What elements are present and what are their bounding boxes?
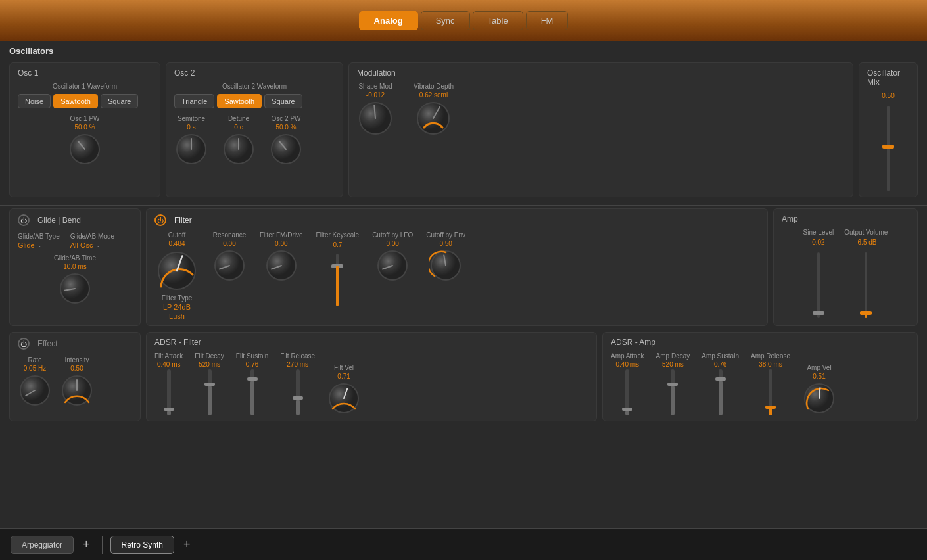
vibrato-depth-knob[interactable] [415, 100, 452, 137]
amp-decay-thumb[interactable] [667, 383, 678, 386]
amp-vel-knob[interactable] [802, 381, 836, 415]
shape-mod-group: Shape Mod -0.012 [357, 83, 394, 137]
glide-time-group: Glide/AB Time 10.0 ms [18, 254, 132, 306]
osc1-wf-square[interactable]: Square [101, 94, 138, 108]
filter-type-label: Filter Type [162, 294, 193, 302]
tab-sync[interactable]: Sync [421, 11, 470, 30]
amp-decay-label: Amp Decay [656, 352, 690, 360]
filt-release-fill [296, 400, 300, 416]
amp-sustain-thumb[interactable] [715, 377, 726, 381]
filt-decay-value: 520 ms [199, 361, 220, 368]
filter-title: Filter [174, 216, 192, 225]
osc2-wf-triangle[interactable]: Triangle [174, 94, 214, 108]
effect-intensity-value: 0.50 [70, 365, 83, 372]
power-icon: ⏻ [20, 217, 27, 224]
osc2-wf-sawtooth[interactable]: Sawtooth [217, 94, 262, 108]
osc2-panel: Osc 2 Oscillator 2 Waveform Triangle Saw… [166, 62, 343, 197]
glide-title: Glide | Bend [37, 216, 81, 225]
vibrato-depth-label: Vibrato Depth [414, 83, 454, 90]
oscmix-slider-track[interactable] [887, 106, 890, 191]
oscillators-section: Oscillators Osc 1 Oscillator 1 Waveform … [0, 41, 927, 206]
glide-mode-select[interactable]: All Osc ⌄ [70, 241, 114, 249]
cutoff-env-value: 0.50 [439, 240, 452, 247]
osc2-wf-square[interactable]: Square [264, 94, 302, 108]
glide-mode-value: All Osc [70, 241, 93, 249]
filter-fm-label: Filter FM/Drive [260, 231, 303, 239]
glide-type-select[interactable]: Glide ⌄ [18, 241, 60, 249]
cutoff-lfo-knob[interactable] [375, 248, 410, 283]
filt-sustain-label: Filt Sustain [236, 352, 268, 360]
filter-keyscale-value: 0.7 [333, 241, 342, 248]
add-preset-button[interactable]: + [79, 538, 94, 551]
amp-title: Amp [782, 214, 909, 223]
filter-power-button[interactable]: ⏻ [154, 214, 166, 226]
tab-analog[interactable]: Analog [359, 11, 418, 30]
osc2-pw-knob[interactable] [269, 132, 303, 166]
sine-level-track[interactable] [817, 252, 820, 318]
filt-release-label: Filt Release [280, 352, 315, 360]
amp-attack-fill [625, 411, 629, 415]
amp-sustain-track[interactable] [719, 369, 723, 415]
arpeggiator-button[interactable]: Arpeggiator [11, 536, 74, 554]
shape-mod-knob[interactable] [357, 100, 394, 137]
osc2-detune-knob[interactable] [222, 132, 256, 166]
osc2-semitone-knob[interactable] [174, 132, 208, 166]
effect-intensity-group: Intensity 0.50 [60, 356, 94, 408]
osc2-pw-value: 50.0 % [275, 124, 296, 131]
oscmix-slider-thumb[interactable] [882, 145, 894, 149]
filter-resonance-knob[interactable] [212, 248, 247, 283]
tab-table[interactable]: Table [473, 11, 523, 30]
osc1-pw-knob[interactable] [68, 132, 102, 166]
bottom-row: ⏻ Effect Rate 0.05 Hz [0, 329, 927, 424]
oscmix-panel: Oscillator Mix 0.50 [859, 62, 918, 197]
osc1-wf-sawtooth[interactable]: Sawtooth [53, 94, 98, 108]
filter-keyscale-track[interactable] [336, 254, 339, 306]
amp-attack-track[interactable] [625, 369, 629, 415]
glide-power-button[interactable]: ⏻ [18, 214, 30, 226]
adsr-amp-panel: ADSR - Amp Amp Attack 0.40 ms Amp Decay … [602, 332, 918, 421]
amp-attack-thumb[interactable] [622, 408, 632, 411]
filt-decay-track[interactable] [208, 369, 212, 415]
osc1-waveform-label: Oscillator 1 Waveform [18, 83, 152, 90]
middle-row: ⏻ Glide | Bend Glide/AB Type Glide ⌄ Gli… [0, 206, 927, 329]
filter-cutoff-knob[interactable] [154, 248, 199, 293]
filt-sustain-thumb[interactable] [247, 377, 258, 381]
filter-type-select[interactable]: LP 24dB [163, 303, 191, 311]
amp-release-thumb[interactable] [765, 406, 776, 409]
osc2-waveform-label: Oscillator 2 Waveform [174, 83, 335, 90]
filt-vel-knob[interactable] [327, 381, 361, 415]
filt-release-thumb[interactable] [293, 396, 303, 400]
effect-panel: ⏻ Effect Rate 0.05 Hz [9, 332, 141, 421]
filt-release-value: 270 ms [287, 361, 308, 368]
amp-decay-value: 520 ms [662, 361, 684, 368]
filt-attack-track[interactable] [167, 369, 171, 415]
add-instrument-button[interactable]: + [179, 538, 195, 551]
tab-fm[interactable]: FM [526, 11, 569, 30]
filt-sustain-track[interactable] [250, 369, 254, 415]
adsr-filter-panel: ADSR - Filter Filt Attack 0.40 ms Filt D… [146, 332, 597, 421]
top-bar: Analog Sync Table FM [0, 0, 927, 41]
amp-release-track[interactable] [769, 369, 772, 415]
filter-fm-knob[interactable] [264, 248, 298, 283]
glide-type-chevron: ⌄ [37, 243, 42, 248]
retro-synth-button[interactable]: Retro Synth [110, 536, 174, 554]
osc1-panel: Osc 1 Oscillator 1 Waveform Noise Sawtoo… [9, 62, 160, 197]
output-volume-track[interactable] [865, 252, 867, 318]
effect-rate-knob[interactable] [18, 373, 52, 408]
filt-decay-thumb[interactable] [204, 383, 215, 386]
filt-attack-thumb[interactable] [164, 408, 174, 411]
amp-decay-track[interactable] [671, 369, 675, 415]
glide-time-knob[interactable] [58, 271, 92, 306]
filter-panel: ⏻ Filter Cutoff 0.484 [146, 208, 768, 326]
filter-keyscale-fill [336, 266, 339, 306]
osc2-pw-group: Osc 2 PW 50.0 % [269, 115, 303, 166]
effect-power-button[interactable]: ⏻ [18, 338, 30, 350]
cutoff-env-knob[interactable] [429, 248, 463, 283]
effect-power-icon: ⏻ [20, 340, 27, 348]
osc2-pw-label: Osc 2 PW [271, 115, 300, 122]
sine-level-thumb[interactable] [813, 311, 824, 315]
filt-release-track[interactable] [296, 369, 300, 415]
osc1-wf-noise[interactable]: Noise [18, 94, 51, 108]
effect-intensity-knob[interactable] [60, 373, 94, 408]
glide-type-group: Glide/AB Type Glide ⌄ [18, 233, 60, 249]
